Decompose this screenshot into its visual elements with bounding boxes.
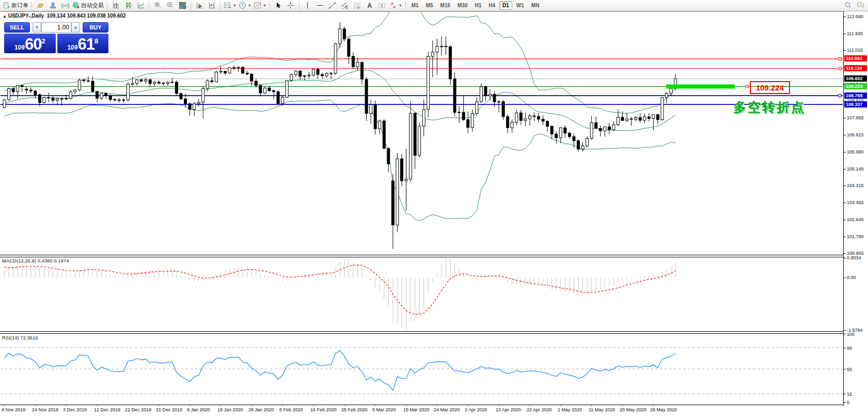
date-label: 2 Apr 2020 xyxy=(465,407,487,412)
price-tick-mark xyxy=(844,253,846,254)
indicators-button[interactable]: ▼ xyxy=(223,1,238,11)
chart-shift-icon xyxy=(208,2,216,9)
label-icon: T xyxy=(378,2,386,9)
pane-separator-macd-rsi[interactable] xyxy=(0,331,868,334)
tile-windows-button[interactable] xyxy=(176,1,188,11)
channel-icon: E xyxy=(341,2,349,9)
rsi-tick-mark xyxy=(844,402,846,403)
zoom-in-button[interactable] xyxy=(151,1,164,11)
time-axis[interactable]: 4 Nov 201924 Nov 20193 Dec 201912 Dec 20… xyxy=(0,406,843,417)
crosshair-button[interactable] xyxy=(285,1,297,11)
text-button[interactable]: A xyxy=(364,1,376,11)
bar-chart-button[interactable] xyxy=(109,1,122,11)
toolbar-separator xyxy=(107,2,107,10)
ask-price-panel[interactable]: 109618 xyxy=(57,34,109,53)
chevron-down-icon: ▼ xyxy=(248,4,251,7)
line-chart-button[interactable] xyxy=(134,1,147,11)
volume-decrease-button[interactable]: ▼ xyxy=(33,22,41,33)
buy-button[interactable]: BUY xyxy=(83,22,108,33)
chart-symbol-period: USDJPY-,Daily xyxy=(8,13,44,19)
date-label: 24 Nov 2019 xyxy=(32,407,58,412)
timeframe-MN[interactable]: MN xyxy=(528,1,543,10)
timeframe-M1[interactable]: M1 xyxy=(408,1,422,10)
signal-icon xyxy=(61,2,69,9)
trendline-button[interactable] xyxy=(326,1,339,11)
chart-shift-button[interactable] xyxy=(206,1,218,11)
bid-pipette: 2 xyxy=(41,34,45,49)
price-axis[interactable]: 112.690111.840111.015110.190109.340108.5… xyxy=(843,11,868,406)
timeframe-D1[interactable]: D1 xyxy=(499,1,512,10)
toolbar: 新订单自动交易▼▼▼EFAT▼M1M5M15M30H1H4D1W1MN xyxy=(0,0,868,11)
autotrading-label: 自动交易 xyxy=(81,2,104,9)
chat-button[interactable] xyxy=(854,1,866,11)
timeframe-W1[interactable]: W1 xyxy=(513,1,527,10)
chevron-down-icon: ▼ xyxy=(263,4,266,7)
label-button[interactable]: T xyxy=(376,1,388,11)
timeframe-M30[interactable]: M30 xyxy=(454,1,470,10)
price-level-label: 108.337 xyxy=(844,101,867,107)
date-label: 22 Apr 2020 xyxy=(527,407,552,412)
date-label: 29 May 2020 xyxy=(650,407,677,412)
volume-increase-button[interactable]: ▲ xyxy=(71,22,80,33)
horizontal-line-icon xyxy=(316,2,324,9)
price-tick-mark xyxy=(844,17,846,17)
rsi-tick-label: 80 xyxy=(847,346,852,351)
macd-tick-mark xyxy=(844,330,846,331)
auto-scroll-button[interactable] xyxy=(193,1,206,11)
price-tick-mark xyxy=(844,135,846,135)
date-label: 20 May 2020 xyxy=(620,407,646,412)
candlestick-button[interactable] xyxy=(122,1,134,11)
market-watch-button[interactable] xyxy=(34,1,46,11)
price-tick-label: 101.790 xyxy=(847,234,864,239)
pivot-annotation-text[interactable]: 多空转折点 xyxy=(733,99,806,116)
autotrading-button[interactable]: 自动交易 xyxy=(71,1,105,11)
price-tick-label: 102.640 xyxy=(847,217,864,222)
macd-indicator-label: MACD(12,26,9) 0.4380 0.1974 xyxy=(2,258,69,264)
volume-input[interactable] xyxy=(41,22,71,33)
price-tick-mark xyxy=(844,220,846,220)
date-label: 19 Jan 2020 xyxy=(217,407,243,412)
pane-separator-main-macd[interactable] xyxy=(0,255,868,257)
date-label: 6 Feb 2020 xyxy=(279,407,303,412)
toolbar-separator xyxy=(31,2,32,10)
auto-scroll-icon xyxy=(196,2,203,9)
chevron-down-icon: ▼ xyxy=(399,4,402,7)
autotrading-icon xyxy=(72,2,80,9)
new-order-button[interactable]: 新订单 xyxy=(2,1,29,11)
arrows-button[interactable]: ▼ xyxy=(388,1,403,11)
symbol-marker-icon: ▲ xyxy=(3,14,7,19)
templates-icon xyxy=(254,2,261,9)
channel-button[interactable]: E xyxy=(339,1,351,11)
price-level-label: 110.110 xyxy=(844,65,867,71)
timeframe-H1[interactable]: H1 xyxy=(471,1,484,10)
price-tick-mark xyxy=(844,118,846,118)
horizontal-line-button[interactable] xyxy=(314,1,326,11)
mt4-terminal-window: 新订单自动交易▼▼▼EFAT▼M1M5M15M30H1H4D1W1MN ▲ US… xyxy=(0,0,868,417)
one-click-trading-panel: SELL ▼ ▲ BUY 109602 109618 xyxy=(4,22,108,53)
pivot-price-textbox[interactable]: 109.224 xyxy=(750,81,790,94)
sell-button[interactable]: SELL xyxy=(4,22,30,33)
svg-text:F: F xyxy=(358,6,360,10)
price-tick-mark xyxy=(844,237,846,237)
macd-tick-label: 0.8034 xyxy=(847,255,861,260)
profile-button[interactable] xyxy=(46,1,59,11)
date-label: 9 Jan 2020 xyxy=(187,407,210,412)
timeframe-M15[interactable]: M15 xyxy=(437,1,453,10)
periods-button[interactable]: ▼ xyxy=(238,1,252,11)
rsi-tick-label: 15 xyxy=(847,392,852,397)
bid-price-panel[interactable]: 109602 xyxy=(4,34,56,53)
vertical-line-button[interactable] xyxy=(302,1,314,11)
timeframe-H4[interactable]: H4 xyxy=(485,1,498,10)
price-level-label: 108.768 xyxy=(844,92,867,99)
chat-icon xyxy=(857,2,864,9)
zoom-out-button[interactable] xyxy=(164,1,176,11)
search-button[interactable] xyxy=(842,1,854,11)
timeframe-M5[interactable]: M5 xyxy=(423,1,436,10)
cursor-button[interactable] xyxy=(272,1,285,11)
templates-button[interactable]: ▼ xyxy=(252,1,267,11)
chart-canvas[interactable] xyxy=(0,0,868,417)
toolbar-separator xyxy=(270,2,270,10)
fibonacci-button[interactable]: F xyxy=(351,1,364,11)
chart-ohlc-readout: 109.134 109.843 109.038 109.602 xyxy=(47,13,126,19)
signal-button[interactable] xyxy=(59,1,71,11)
